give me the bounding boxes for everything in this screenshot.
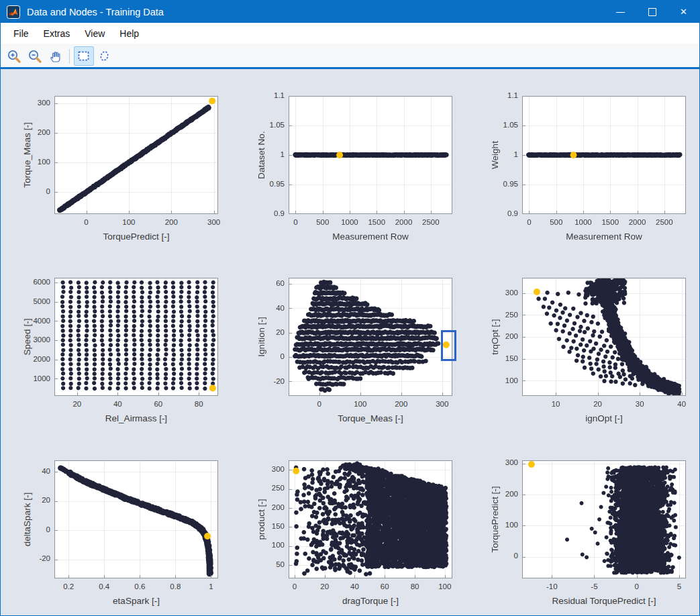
x-axis-label: etaSpark [-] xyxy=(54,596,218,606)
y-axis-label: Torque_Meas [-] xyxy=(22,96,33,214)
x-tick-label: 0.4 xyxy=(84,582,124,591)
x-axis-label: Torque_Meas [-] xyxy=(289,413,452,423)
zoom-out-icon xyxy=(28,49,42,64)
x-tick-label: 0 xyxy=(617,582,657,591)
plot-canvas-torque-meas-vs-torque-predict[interactable] xyxy=(54,96,218,214)
pan-button[interactable] xyxy=(46,46,66,66)
subplot-dataset-no-vs-measurement-row: 050010001500200025000.90.9511.051.1Measu… xyxy=(234,69,466,251)
plot-canvas-weight-vs-measurement-row[interactable] xyxy=(522,96,686,214)
subplot-torquepredict-vs-residual-torquepredict: -10-5050100200300Residual TorquePredict … xyxy=(466,433,699,615)
x-tick-label: 2500 xyxy=(644,218,685,226)
x-tick-label: 40 xyxy=(97,400,138,408)
menu-help[interactable]: Help xyxy=(112,28,146,39)
x-axis-label: Residual TorquePredict [-] xyxy=(522,596,686,606)
pan-hand-icon xyxy=(48,49,63,64)
subplot-trqopt-vs-ignopt: 10203040100150200250300ignOpt [-]trqOpt … xyxy=(466,251,699,433)
x-tick-label: -5 xyxy=(574,582,614,591)
x-tick-label: 0 xyxy=(299,400,340,408)
x-axis-label: Rel_Airmass [-] xyxy=(54,413,218,423)
y-axis-label: product [-] xyxy=(256,460,267,578)
x-tick-label: 100 xyxy=(425,582,465,591)
x-axis-label: Measurement Row xyxy=(289,232,452,242)
close-icon: ✕ xyxy=(680,7,687,17)
x-tick-label: 300 xyxy=(194,218,234,226)
subplot-ignition-vs-torque-meas: 0100200300-200204060Torque_Meas [-]Ignit… xyxy=(234,251,466,433)
x-tick-label: 2500 xyxy=(411,218,451,226)
menu-file[interactable]: File xyxy=(6,28,36,39)
zoom-in-icon xyxy=(7,49,21,64)
window-title: Data and Nodes - Training Data xyxy=(27,7,605,17)
maximize-icon xyxy=(648,8,656,16)
y-axis-label: deltaSpark [-] xyxy=(22,460,33,578)
x-tick-label: -10 xyxy=(532,582,572,591)
plot-canvas-trqopt-vs-ignopt[interactable] xyxy=(522,278,686,396)
x-tick-label: 30 xyxy=(619,400,660,408)
y-axis-label: trqOpt [-] xyxy=(490,278,501,396)
zoom-in-button[interactable] xyxy=(4,46,24,66)
y-axis-label: Ignition [-] xyxy=(256,278,267,396)
x-tick-label: 60 xyxy=(138,400,179,408)
x-tick-label: 0.2 xyxy=(48,582,89,591)
x-tick-label: 200 xyxy=(151,218,191,226)
zoom-out-button[interactable] xyxy=(25,46,45,66)
x-tick-label: 20 xyxy=(57,400,97,408)
x-tick-label: 100 xyxy=(109,218,149,226)
selection-rectangle[interactable] xyxy=(441,330,456,360)
rectangle-select-icon xyxy=(77,49,91,64)
subplot-torque-meas-vs-torque-predict: 01002003000100200300TorquePredict [-]Tor… xyxy=(1,69,234,251)
x-tick-label: 200 xyxy=(381,400,421,408)
x-tick-label: 10 xyxy=(536,400,576,408)
plot-canvas-product-vs-dragtorque[interactable] xyxy=(289,460,452,578)
maximize-button[interactable] xyxy=(636,1,668,23)
x-tick-label: 5 xyxy=(659,582,699,591)
x-tick-label: 0.6 xyxy=(119,582,160,591)
plots-grid: 01002003000100200300TorquePredict [-]Tor… xyxy=(1,69,699,615)
plot-canvas-dataset-no-vs-measurement-row[interactable] xyxy=(289,96,452,214)
plot-canvas-deltaspark-vs-etaspark[interactable] xyxy=(54,460,218,578)
window-controls: — ✕ xyxy=(605,1,699,23)
y-axis-label: Dataset No. xyxy=(256,96,267,214)
minimize-button[interactable]: — xyxy=(605,1,636,23)
x-tick-label: 40 xyxy=(662,400,700,408)
plot-canvas-torquepredict-vs-residual-torquepredict[interactable] xyxy=(522,460,686,578)
y-axis-label: Weight xyxy=(490,96,501,214)
x-tick-label: 1 xyxy=(191,582,231,591)
x-tick-label: 100 xyxy=(340,400,381,408)
plot-canvas-speed-vs-rel-airmass[interactable] xyxy=(54,278,218,396)
rubberband-rectangle-button[interactable] xyxy=(74,46,94,66)
x-axis-label: TorquePredict [-] xyxy=(54,232,218,242)
close-button[interactable]: ✕ xyxy=(668,1,699,23)
x-axis-label: dragTorque [-] xyxy=(289,596,452,606)
menu-extras[interactable]: Extras xyxy=(36,28,78,39)
x-axis-label: Measurement Row xyxy=(522,232,686,242)
toolbar xyxy=(1,45,699,67)
subplot-product-vs-dragtorque: 02040608010050100150200250300dragTorque … xyxy=(234,433,466,615)
x-tick-label: 300 xyxy=(422,400,462,408)
rubberband-ellipse-button[interactable] xyxy=(95,46,115,66)
y-axis-label: Speed [-] xyxy=(22,278,33,396)
x-tick-label: 0 xyxy=(66,218,107,226)
x-tick-label: 0.8 xyxy=(155,582,195,591)
x-axis-label: ignOpt [-] xyxy=(522,413,686,423)
matlab-logo-icon xyxy=(7,5,20,19)
x-tick-label: 20 xyxy=(578,400,618,408)
minimize-icon: — xyxy=(616,7,625,17)
y-axis-label: TorquePredict [-] xyxy=(490,460,501,578)
titlebar: Data and Nodes - Training Data — ✕ xyxy=(1,1,699,23)
app-window: Data and Nodes - Training Data — ✕ File … xyxy=(0,0,700,616)
toolbar-separator xyxy=(69,49,70,64)
x-tick-label: 80 xyxy=(179,400,219,408)
subplot-speed-vs-rel-airmass: 20406080100020003000400050006000Rel_Airm… xyxy=(1,251,234,433)
menubar: File Extras View Help xyxy=(1,23,699,45)
menu-view[interactable]: View xyxy=(77,28,112,39)
subplot-deltaspark-vs-etaspark: 0.20.40.60.81-2002040etaSpark [-]deltaSp… xyxy=(1,433,234,615)
ellipse-select-icon xyxy=(97,49,112,64)
subplot-weight-vs-measurement-row: 050010001500200025000.90.9511.051.1Measu… xyxy=(466,69,699,251)
plot-canvas-ignition-vs-torque-meas[interactable] xyxy=(289,278,452,396)
